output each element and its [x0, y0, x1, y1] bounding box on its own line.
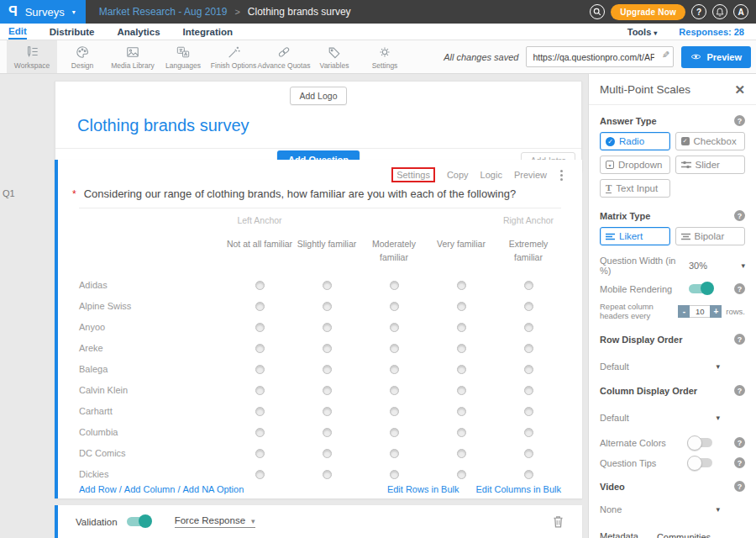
add-logo-button[interactable]: Add Logo: [290, 87, 348, 105]
matrix-radio[interactable]: [323, 302, 332, 311]
nav-tab-edit[interactable]: Edit: [8, 24, 27, 40]
matrix-radio[interactable]: [390, 302, 399, 311]
matrix-radio[interactable]: [457, 449, 466, 458]
upgrade-now-button[interactable]: Upgrade Now: [611, 4, 685, 20]
matrix-radio[interactable]: [390, 323, 399, 332]
matrix-radio[interactable]: [457, 281, 466, 290]
search-icon[interactable]: [590, 4, 605, 19]
answer-type-checkbox[interactable]: ✓Checkbox: [675, 132, 746, 150]
matrix-radio[interactable]: [323, 449, 332, 458]
preview-button[interactable]: Preview: [681, 46, 751, 68]
answer-type-text-input[interactable]: TText Input: [600, 179, 670, 198]
matrix-radio[interactable]: [457, 407, 466, 416]
matrix-radio[interactable]: [390, 407, 399, 416]
matrix-radio[interactable]: [390, 428, 399, 437]
question-action-logic[interactable]: Logic: [480, 170, 502, 180]
help-icon[interactable]: ?: [734, 283, 745, 294]
matrix-radio[interactable]: [390, 281, 399, 290]
edit-pencil-icon[interactable]: ✎: [662, 50, 669, 61]
matrix-radio[interactable]: [255, 470, 265, 479]
question-width-value[interactable]: 30%: [689, 261, 707, 271]
help-icon[interactable]: ?: [734, 210, 745, 221]
left-anchor-label[interactable]: Left Anchor: [226, 215, 293, 225]
matrix-radio[interactable]: [390, 365, 399, 374]
nav-tab-distribute[interactable]: Distribute: [50, 24, 95, 40]
matrix-column-header[interactable]: Extremely familiar: [495, 237, 562, 265]
matrix-column-header[interactable]: Slightly familiar: [293, 237, 360, 251]
responses-count[interactable]: Responses: 28: [679, 27, 744, 37]
matrix-radio[interactable]: [255, 407, 265, 416]
matrix-radio[interactable]: [323, 281, 332, 290]
link-edit-rows-in-bulk[interactable]: Edit Rows in Bulk: [387, 484, 459, 494]
more-options-icon[interactable]: [559, 169, 564, 182]
validation-toggle[interactable]: [127, 517, 150, 526]
matrix-radio[interactable]: [323, 428, 332, 437]
question-text[interactable]: Considering our range of clothing brands…: [84, 187, 517, 200]
matrix-radio[interactable]: [524, 323, 533, 332]
matrix-row-label[interactable]: Alpine Swiss: [76, 301, 226, 311]
validation-type-select[interactable]: Force Response▾: [175, 515, 255, 528]
matrix-column-header[interactable]: Very familiar: [428, 237, 495, 251]
matrix-row-label[interactable]: Anyoo: [76, 322, 226, 332]
matrix-column-header[interactable]: Moderately familiar: [360, 237, 428, 265]
matrix-radio[interactable]: [524, 281, 533, 290]
surveys-menu[interactable]: P Surveys ▾: [0, 0, 86, 24]
tool-variables[interactable]: Variables: [309, 40, 360, 73]
matrix-radio[interactable]: [255, 428, 265, 437]
link-add-row[interactable]: Add Row: [79, 484, 117, 494]
matrix-type-bipolar[interactable]: Bipolar: [675, 227, 746, 245]
matrix-type-likert[interactable]: Likert: [600, 227, 670, 245]
notifications-bell-icon[interactable]: [712, 4, 727, 19]
question-action-settings[interactable]: Settings: [391, 167, 435, 182]
tool-advance-quotas[interactable]: Advance Quotas: [259, 40, 309, 73]
matrix-row-label[interactable]: DC Comics: [76, 448, 226, 458]
avatar[interactable]: A: [733, 4, 748, 19]
matrix-radio[interactable]: [457, 344, 466, 353]
matrix-radio[interactable]: [524, 344, 533, 353]
tool-design[interactable]: Design: [57, 40, 108, 73]
link-add-na-option[interactable]: Add NA Option: [183, 484, 244, 494]
link-edit-columns-in-bulk[interactable]: Edit Columns in Bulk: [476, 484, 562, 494]
row-display-order-select[interactable]: Default ▾: [589, 351, 756, 373]
nav-tab-analytics[interactable]: Analytics: [117, 24, 160, 40]
delete-question-icon[interactable]: [553, 515, 564, 528]
matrix-radio[interactable]: [390, 344, 399, 353]
minus-button[interactable]: -: [678, 305, 690, 318]
tab-communities[interactable]: Communities: [657, 526, 711, 538]
nav-tab-integration[interactable]: Integration: [183, 24, 233, 40]
matrix-row-label[interactable]: Adidas: [76, 280, 226, 290]
survey-title[interactable]: Clothing brands survey: [55, 105, 581, 148]
matrix-row-label[interactable]: Areke: [76, 343, 226, 353]
matrix-radio[interactable]: [255, 386, 265, 395]
matrix-radio[interactable]: [323, 365, 332, 374]
matrix-radio[interactable]: [323, 323, 332, 332]
matrix-radio[interactable]: [323, 344, 332, 353]
question-action-copy[interactable]: Copy: [447, 170, 469, 180]
plus-button[interactable]: +: [710, 305, 722, 318]
matrix-radio[interactable]: [255, 365, 265, 374]
matrix-row-label[interactable]: Dickies: [76, 469, 226, 479]
matrix-radio[interactable]: [457, 323, 466, 332]
matrix-radio[interactable]: [390, 386, 399, 395]
matrix-row-label[interactable]: Balega: [76, 364, 226, 374]
matrix-radio[interactable]: [524, 365, 533, 374]
link-add-column[interactable]: Add Column: [124, 484, 176, 494]
matrix-radio[interactable]: [524, 428, 533, 437]
tool-media-library[interactable]: Media Library: [108, 40, 158, 73]
help-icon[interactable]: ?: [734, 457, 745, 468]
matrix-row-label[interactable]: Carhartt: [76, 406, 226, 416]
matrix-radio[interactable]: [524, 470, 533, 479]
matrix-radio[interactable]: [255, 302, 265, 311]
tool-settings[interactable]: Settings: [360, 40, 410, 73]
matrix-radio[interactable]: [524, 302, 533, 311]
matrix-radio[interactable]: [457, 365, 466, 374]
breadcrumb-folder[interactable]: Market Research - Aug 2019: [99, 6, 228, 18]
tool-languages[interactable]: Languages: [158, 40, 208, 73]
right-anchor-label[interactable]: Right Anchor: [495, 215, 562, 225]
matrix-radio[interactable]: [457, 386, 466, 395]
answer-type-dropdown[interactable]: ▾Dropdown: [600, 156, 670, 174]
help-icon[interactable]: ?: [734, 115, 745, 126]
help-button[interactable]: ?: [691, 4, 706, 19]
matrix-radio[interactable]: [524, 449, 533, 458]
mobile-rendering-toggle[interactable]: [689, 284, 712, 293]
